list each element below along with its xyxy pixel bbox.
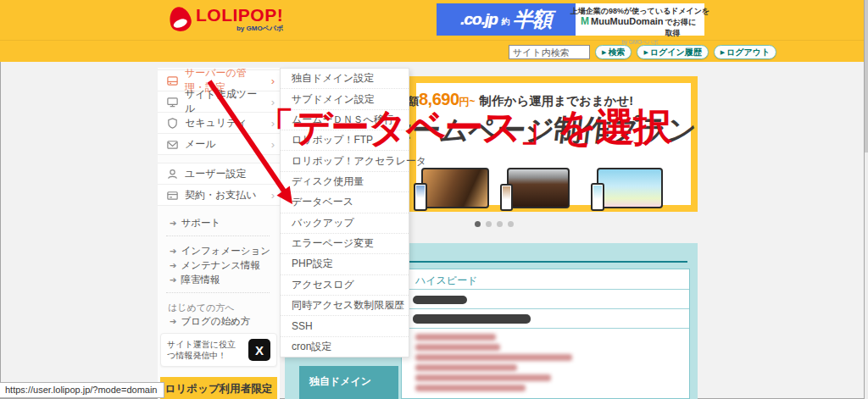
dotted-divider bbox=[166, 236, 270, 236]
dropdown-item-error-page[interactable]: エラーページ変更 bbox=[281, 233, 409, 253]
logout-label: ログアウト bbox=[726, 47, 770, 58]
link-arrow-icon: ➔ bbox=[170, 247, 176, 256]
sidebar-item-label: セキュリティ bbox=[185, 116, 248, 130]
sidebar-link-blog-start[interactable]: ➔ ブログの始め方 bbox=[170, 315, 250, 328]
dropdown-item-ftp[interactable]: ロリポップ！FTP bbox=[281, 130, 409, 150]
dropdown-item-own-domain[interactable]: 独自ドメイン設定 bbox=[281, 69, 409, 88]
mail-icon bbox=[166, 138, 179, 151]
blurred-domain-url bbox=[415, 374, 551, 381]
link-label: ブログの始め方 bbox=[181, 315, 250, 328]
chevron-right-icon: › bbox=[271, 189, 275, 202]
search-button[interactable]: ▶ 検索 bbox=[595, 45, 632, 59]
link-arrow-icon: ➔ bbox=[170, 219, 176, 228]
dotted-divider bbox=[166, 292, 270, 293]
chevron-right-icon: › bbox=[271, 117, 275, 130]
sidebar-item-mail[interactable]: メール › bbox=[158, 134, 280, 155]
domain-label-cell[interactable]: 独自ドメイン bbox=[299, 366, 398, 399]
blurred-domain-url bbox=[415, 344, 500, 351]
dropdown-item-subdomain[interactable]: サブドメイン設定 bbox=[281, 88, 409, 108]
price-note: 制作から運用までおまかせ! bbox=[480, 93, 634, 109]
dropdown-item-ssh[interactable]: SSH bbox=[281, 315, 409, 335]
sidebar-item-label: サイト作成ツール bbox=[185, 87, 265, 116]
chevron-right-icon: › bbox=[271, 138, 275, 151]
carousel-dot[interactable] bbox=[486, 221, 492, 227]
sidebar-item-label: 契約・お支払い bbox=[185, 188, 257, 202]
x-twitter-icon: X bbox=[248, 339, 270, 361]
row-divider bbox=[402, 308, 689, 309]
carousel-dot[interactable] bbox=[497, 221, 503, 227]
banner-phone-thumbnail bbox=[591, 183, 604, 211]
sidebar: サーバーの管理・設定 › サイト作成ツール › セキュリティ › メール › bbox=[158, 68, 280, 399]
server-settings-dropdown: 独自ドメイン設定 サブドメイン設定 ムームーＤＮＳへ移行 ロリポップ！FTP ロ… bbox=[280, 68, 409, 357]
dropdown-item-database[interactable]: データベース bbox=[281, 191, 409, 212]
site-search-input[interactable] bbox=[509, 45, 590, 59]
redacted-server-value bbox=[413, 314, 531, 324]
sidebar-link-support[interactable]: ➔ サポート bbox=[170, 217, 220, 230]
blurred-domain-url bbox=[415, 385, 526, 391]
dropdown-item-cron[interactable]: cron設定 bbox=[281, 336, 409, 357]
banner-headline: ホームページ制作プラン bbox=[381, 111, 698, 150]
domain-promo-banner[interactable]: .co.jp 約 半額 上場企業の98%が使っているドメインを M MuuMuu… bbox=[437, 3, 704, 36]
carousel-dots bbox=[475, 221, 514, 227]
dropdown-item-access-log[interactable]: アクセスログ bbox=[281, 274, 409, 295]
link-arrow-icon: ➔ bbox=[170, 261, 176, 270]
chevron-right-icon: › bbox=[271, 75, 275, 87]
sidebar-link-maintenance[interactable]: ➔ メンテナンス情報 bbox=[170, 259, 260, 272]
link-label: メンテナンス情報 bbox=[181, 259, 260, 272]
promo-brand: MuuMuuDomain bbox=[591, 16, 664, 27]
login-history-button[interactable]: ▶ ログイン履歴 bbox=[637, 45, 708, 59]
blurred-domain-url bbox=[415, 364, 517, 371]
sidebar-link-information[interactable]: ➔ インフォメーション bbox=[170, 245, 270, 258]
row-divider bbox=[402, 328, 689, 329]
monitor-icon bbox=[166, 96, 179, 108]
arrow-icon: ▶ bbox=[721, 49, 725, 56]
promo-right: 上場企業の98%が使っているドメインを M MuuMuuDomain でお得に取… bbox=[576, 3, 704, 36]
plan-value-link[interactable]: ハイスピード bbox=[415, 274, 477, 288]
account-info-table: ハイスピード bbox=[401, 269, 690, 399]
dropdown-item-backup[interactable]: バックアップ bbox=[281, 213, 409, 233]
muumuu-logo-icon: M bbox=[581, 16, 589, 27]
link-label: インフォメーション bbox=[181, 245, 270, 258]
sidebar-item-contract-payment[interactable]: 契約・お支払い › bbox=[158, 185, 280, 206]
logout-button[interactable]: ▶ ログアウト bbox=[714, 45, 777, 59]
sidebar-link-incident[interactable]: ➔ 障害情報 bbox=[170, 274, 220, 286]
brand-name: LOLIPOP! bbox=[196, 6, 283, 25]
sidebar-menu-group-2: ユーザー設定 › 契約・お支払い › bbox=[158, 163, 280, 206]
beginner-heading: はじめての方へ bbox=[168, 302, 235, 314]
credit-card-icon bbox=[166, 189, 179, 202]
sidebar-item-user-settings[interactable]: ユーザー設定 › bbox=[158, 163, 280, 185]
lolipop-logo[interactable]: LOLIPOP! by GMOペパボ bbox=[170, 6, 283, 32]
dropdown-item-disk-usage[interactable]: ディスク使用量 bbox=[281, 171, 409, 191]
lolipop-users-only-button[interactable]: ロリポップ利用者限定 bbox=[160, 377, 277, 399]
link-label: 障害情報 bbox=[181, 274, 220, 286]
price-unit: 円~ bbox=[459, 95, 476, 109]
carousel-dot[interactable] bbox=[475, 221, 481, 227]
scrollbar-thumb[interactable] bbox=[865, 0, 868, 152]
promo-left: .co.jp 約 半額 bbox=[437, 3, 576, 36]
link-arrow-icon: ➔ bbox=[170, 317, 176, 326]
carousel-dot[interactable] bbox=[508, 221, 514, 227]
banner-thumbnail-hotel bbox=[421, 168, 489, 208]
dropdown-item-php-settings[interactable]: PHP設定 bbox=[281, 253, 409, 274]
shield-icon bbox=[166, 117, 179, 130]
link-label: サポート bbox=[181, 217, 220, 230]
user-icon bbox=[166, 168, 179, 180]
banner-thumbnail-kids bbox=[597, 168, 663, 208]
x-social-card[interactable]: サイト運営に役立つ情報発信中！ X bbox=[160, 333, 277, 367]
promo-half-price: 半額 bbox=[513, 6, 552, 33]
banner-phone-thumbnail bbox=[500, 184, 513, 211]
login-history-label: ログイン履歴 bbox=[650, 47, 702, 58]
sidebar-item-site-tools[interactable]: サイト作成ツール › bbox=[158, 91, 280, 113]
header-divider bbox=[0, 40, 868, 41]
brand-byline: by GMOペパボ bbox=[236, 25, 283, 32]
banner-price-line: 月額 8,690 円~ 制作から運用までおまかせ! bbox=[397, 90, 633, 109]
banner-phone-thumbnail bbox=[414, 183, 427, 211]
vertical-scrollbar[interactable] bbox=[864, 0, 868, 399]
promo-approx: 約 bbox=[502, 16, 510, 28]
x-card-text: サイト運営に役立つ情報発信中！ bbox=[167, 339, 243, 361]
dropdown-item-concurrent-access[interactable]: 同時アクセス数制限履歴 bbox=[281, 295, 409, 315]
banner-thumbnail-bar bbox=[507, 168, 570, 208]
arrow-icon: ▶ bbox=[602, 49, 606, 56]
dropdown-item-accelerator[interactable]: ロリポップ！アクセラレータ bbox=[281, 150, 409, 170]
dropdown-item-muumuu-dns[interactable]: ムームーＤＮＳへ移行 bbox=[281, 109, 409, 130]
